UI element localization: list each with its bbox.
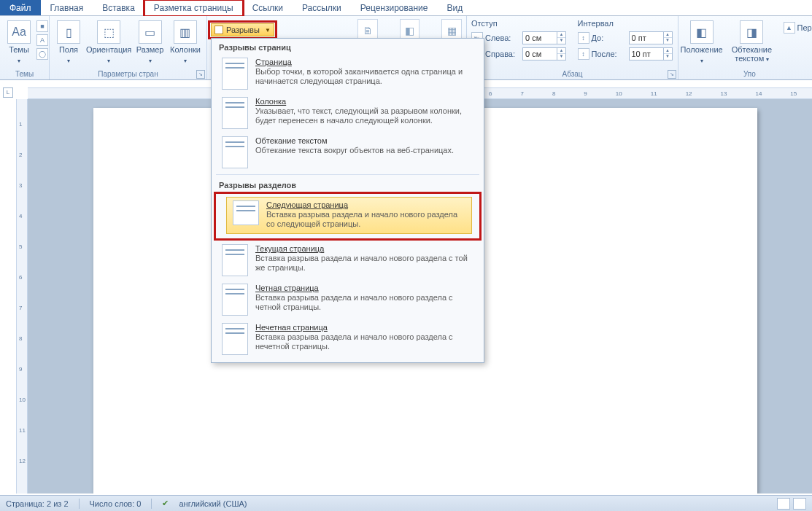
status-language[interactable]: английский (США) [179,499,247,508]
group-themes: Aa Темы ■ A ◯ Темы [0,16,50,79]
spacing-after-input[interactable] [630,50,663,58]
ribbon: Aa Темы ■ A ◯ Темы ▯ Поля ⬚ Ориентация ▭ [0,16,812,80]
tab-mailings[interactable]: Рассылки [293,0,351,15]
ruler-h-num: 10 [616,90,622,97]
group-page-setup: ▯ Поля ⬚ Ориентация ▭ Размер ▥ Колонки П… [50,16,207,79]
status-sep [79,499,80,509]
columns-button[interactable]: ▥ Колонки [169,19,202,67]
spin-up-icon[interactable]: ▲ [664,48,672,54]
wrap-text-label: Обтекание текстом [726,45,777,64]
ruler-v-num: 4 [19,213,22,219]
ruler-h-num: 13 [721,90,727,97]
columns-icon: ▥ [174,20,197,44]
ruler-h-num: 11 [651,90,657,97]
ruler-v-num: 7 [19,305,22,311]
group-paragraph-label: Абзац↘ [471,70,673,79]
spacing-after-row: ↕ После: ▲▼ [578,47,674,61]
size-label: Размер [136,45,164,66]
status-sep [151,499,152,509]
status-word-count[interactable]: Число слов: 0 [90,499,142,508]
group-arrange-label: Упо [683,70,812,79]
wrap-text-button[interactable]: ◨ Обтекание текстом [723,19,780,66]
themes-button[interactable]: Aa Темы [4,19,34,67]
view-full-screen-button[interactable] [793,498,806,510]
dd-item-next-page[interactable]: Следующая страницаВставка разрыва раздел… [216,194,479,238]
dd-item-cont-title: Текущая страница [255,244,476,253]
ruler-v-num: 10 [19,397,26,403]
dd-separator [216,174,479,175]
spacing-before-icon: ↕ [578,32,589,44]
dd-item-next-title: Следующая страница [266,200,465,209]
tab-references[interactable]: Ссылки [243,0,293,15]
spin-up-icon[interactable]: ▲ [664,32,672,38]
position-button[interactable]: ◧ Положение [683,19,720,67]
page-break-icon [222,58,248,90]
spin-down-icon[interactable]: ▼ [664,54,672,60]
ruler-vertical[interactable]: 1 2 3 4 5 6 7 8 9 10 11 12 [16,99,28,494]
tab-insert[interactable]: Вставка [93,0,144,15]
ribbon-tabs: Файл Главная Вставка Разметка страницы С… [0,0,812,16]
paragraph-dialog-launcher[interactable]: ↘ [668,70,676,79]
size-button[interactable]: ▭ Размер [134,19,166,67]
tab-selector[interactable]: L [3,87,13,98]
ruler-h-num: 8 [552,90,555,97]
continuous-break-icon [222,244,248,276]
tab-home[interactable]: Главная [41,0,93,15]
spacing-before-input[interactable] [630,34,663,42]
indent-left-input[interactable] [523,34,557,42]
dd-item-odd-title: Нечетная страница [255,323,476,332]
orientation-button[interactable]: ⬚ Ориентация [86,19,131,67]
indent-right-input[interactable] [523,50,557,58]
tab-view[interactable]: Вид [437,0,472,15]
columns-label: Колонки [170,45,201,66]
spin-down-icon[interactable]: ▼ [557,38,565,44]
theme-fonts-icon[interactable]: A [36,34,48,46]
dd-item-page[interactable]: СтраницаВыбор точки, в которой заканчива… [212,55,484,94]
spin-up-icon[interactable]: ▲ [557,48,565,54]
dd-item-wrap-title: Обтекание текстом [255,136,454,145]
theme-effects-icon[interactable]: ◯ [36,48,48,60]
spacing-after-spinner[interactable]: ▲▼ [629,47,673,61]
even-page-break-icon [222,284,248,316]
spin-down-icon[interactable]: ▼ [664,38,672,44]
view-print-layout-button[interactable] [777,498,790,510]
breaks-icon [214,26,223,34]
margins-label: Поля [57,45,80,66]
tab-page-layout[interactable]: Разметка страницы [144,0,243,16]
indent-right-spinner[interactable]: ▲▼ [522,47,566,61]
dd-item-odd-desc: Вставка разрыва раздела и начало нового … [255,332,476,351]
breaks-dropdown: Разрывы страниц СтраницаВыбор точки, в к… [211,38,484,363]
spin-down-icon[interactable]: ▼ [557,54,565,60]
spellcheck-icon[interactable]: ✔ [162,499,169,508]
dd-item-column[interactable]: КолонкаУказывает, что текст, следующий з… [212,94,484,133]
dd-item-text-wrapping[interactable]: Обтекание текстомОбтекание текста вокруг… [212,133,484,173]
tab-file[interactable]: Файл [0,0,41,15]
themes-label: Темы [7,45,31,66]
margins-button[interactable]: ▯ Поля [54,19,83,67]
ruler-v-num: 11 [19,427,26,434]
bring-forward-icon: ▲ [784,22,795,34]
tab-review[interactable]: Рецензирование [351,0,438,15]
next-page-break-icon [233,200,259,225]
dd-item-even-page[interactable]: Четная страницаВставка разрыва раздела и… [212,281,484,320]
wrap-text-icon: ◨ [740,20,763,44]
text-wrapping-break-icon [222,136,248,168]
ruler-v-num: 8 [19,335,22,342]
theme-colors-icon[interactable]: ■ [36,20,48,32]
dd-item-even-title: Четная страница [255,284,476,292]
bring-forward-button[interactable]: ▲Пере [784,20,812,35]
ruler-v-num: 6 [19,274,22,281]
spin-up-icon[interactable]: ▲ [557,32,565,38]
spacing-before-spinner[interactable]: ▲▼ [629,31,673,44]
status-bar: Страница: 2 из 2 Число слов: 0 ✔ английс… [0,495,812,511]
size-icon: ▭ [139,20,162,44]
breaks-button[interactable]: Разрывы ▼ [211,23,274,36]
dd-item-continuous[interactable]: Текущая страницаВставка разрыва раздела … [212,241,484,281]
dd-item-odd-page[interactable]: Нечетная страницаВставка разрыва раздела… [212,320,484,359]
odd-page-break-icon [222,323,248,355]
dd-item-wrap-desc: Обтекание текста вокруг объектов на веб-… [255,146,454,155]
indent-left-spinner[interactable]: ▲▼ [522,31,566,44]
page-setup-dialog-launcher[interactable]: ↘ [196,70,205,79]
dd-section-page-breaks: Разрывы страниц [212,39,484,55]
status-page[interactable]: Страница: 2 из 2 [6,499,69,508]
